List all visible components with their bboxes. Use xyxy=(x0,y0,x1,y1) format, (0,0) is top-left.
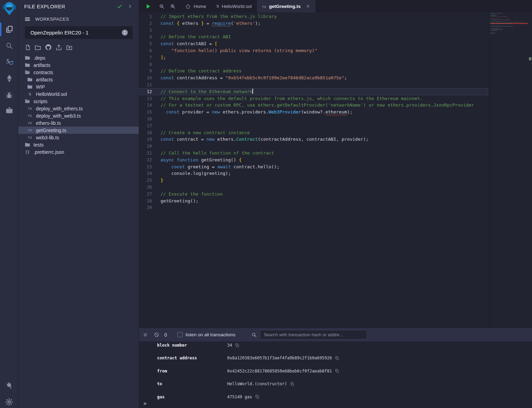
copy-icon[interactable] xyxy=(335,356,339,360)
close-tab-icon[interactable] xyxy=(306,4,310,9)
deploy-and-run-icon xyxy=(6,74,13,83)
code-line-2: 2const { ethers } = require('ethers'); xyxy=(139,20,488,27)
code-line-16: 16 xyxy=(139,116,488,122)
minimap[interactable]: // Import ethers from the ethers.js libr… xyxy=(490,12,528,328)
code-line-12: 12// Connect to the Ethereum network xyxy=(139,88,488,95)
folder-icon xyxy=(25,142,30,148)
zoom-in-icon[interactable] xyxy=(170,3,176,9)
sidebar-item-remix-logo[interactable] xyxy=(0,1,18,17)
listen-transactions-checkbox[interactable] xyxy=(177,332,183,337)
workspace-select[interactable]: OpenZeppelin ERC20 - 1 xyxy=(25,26,133,39)
search-icon xyxy=(5,42,13,50)
collapse-panel-chevron-icon[interactable] xyxy=(127,4,133,9)
activity-bar: S xyxy=(0,0,18,408)
scrollbar-thumb[interactable] xyxy=(529,57,531,60)
ts-icon: TS xyxy=(27,106,33,111)
terminal-toolbar: 0 listen on all transactions xyxy=(139,328,532,341)
copy-icon[interactable] xyxy=(235,343,240,348)
tx-detail-value: 475149 gas xyxy=(227,395,252,399)
tree-item-helloworld-sol[interactable]: SHelloWorld.sol xyxy=(18,90,139,98)
upload-file-icon[interactable] xyxy=(55,44,62,51)
copy-icon[interactable] xyxy=(255,395,260,399)
line-number: 5 xyxy=(139,40,161,47)
line-number: 28 xyxy=(139,198,161,205)
sidebar-item-settings[interactable] xyxy=(0,394,18,408)
tree-item-deploy-with-web3-ts[interactable]: TSdeploy_with_web3.ts xyxy=(18,112,139,119)
run-script-button[interactable] xyxy=(145,3,152,10)
file-name: getGreeting.ts xyxy=(36,128,66,133)
ts-icon: TS xyxy=(27,135,33,140)
tree-item--deps[interactable]: .deps xyxy=(18,54,139,61)
tree-item-artifacts[interactable]: artifacts xyxy=(18,76,139,83)
folder-open-icon xyxy=(25,98,30,104)
expand-terminal-chevrons-icon[interactable] xyxy=(143,332,148,338)
code-line-23: 23 const greeting = await contract.hello… xyxy=(139,163,488,170)
code-line-11: 11 xyxy=(139,81,488,88)
tree-item-deploy-with-ethers-ts[interactable]: TSdeploy_with_ethers.ts xyxy=(18,105,139,112)
remix-logo-icon xyxy=(2,1,16,16)
line-number: 22 xyxy=(139,157,161,163)
tree-item-wip[interactable]: WIP xyxy=(18,83,139,90)
tx-detail-value: 0x42452c22c88178685850e68beb6cf0f2aeab8f… xyxy=(227,369,332,374)
github-icon[interactable] xyxy=(45,43,52,51)
sidebar-item-solidity-compiler[interactable]: S xyxy=(0,54,18,70)
tree-item-artifacts[interactable]: artifacts xyxy=(18,61,139,69)
workspaces-menu-icon[interactable] xyxy=(24,16,31,22)
terminal-prompt: > xyxy=(144,401,146,406)
workspace-select-updown-icon xyxy=(121,29,128,36)
tx-detail-contract-address: contract address0x8a120383e6057b1f3aef4f… xyxy=(157,356,525,360)
line-number: 15 xyxy=(139,109,161,116)
tree-item-contracts[interactable]: contracts xyxy=(18,69,139,76)
upload-folder-icon[interactable] xyxy=(66,44,73,51)
code-line-8: 8 xyxy=(139,61,488,68)
tab-helloworld-sol[interactable]: SHelloWorld.sol xyxy=(211,0,257,12)
tree-item-tests[interactable]: tests xyxy=(18,141,139,148)
tab-getgreeting-ts[interactable]: TSgetGreeting.ts xyxy=(257,0,316,12)
sidebar-item-debugger[interactable] xyxy=(0,87,18,103)
code-line-26: 26 xyxy=(139,184,488,191)
line-number: 1 xyxy=(139,13,161,20)
sidebar-item-unit-testing[interactable] xyxy=(0,102,18,118)
file-name: artifacts xyxy=(33,62,50,68)
tree-item-getgreeting-ts[interactable]: TSgetGreeting.ts xyxy=(18,127,139,134)
home-icon xyxy=(185,3,191,9)
tabs: HomeSHelloWorld.solTSgetGreeting.ts xyxy=(180,0,316,12)
file-explorer-panel: FILE EXPLORER WORKSPACES OpenZeppelin ER… xyxy=(18,0,139,408)
tx-detail-label: to xyxy=(157,381,227,386)
active-indicator xyxy=(0,22,1,36)
tab-home[interactable]: Home xyxy=(180,0,211,12)
terminal-search-input[interactable] xyxy=(260,330,367,339)
sidebar-item-search[interactable] xyxy=(0,38,18,53)
copy-icon[interactable] xyxy=(290,382,294,386)
tree-item-web3-lib-ts[interactable]: TSweb3-lib.ts xyxy=(18,134,139,141)
line-number: 10 xyxy=(139,74,161,81)
line-number: 21 xyxy=(139,150,161,157)
tx-detail-value: 0x8a120383e6057b1f3aef4fa9b89c2f1b0a6959… xyxy=(227,356,332,360)
tx-detail-label: contract address xyxy=(157,356,227,360)
code-line-13: 13// This example uses the default provi… xyxy=(139,95,488,102)
line-number: 26 xyxy=(139,184,161,191)
tree-item--prettierrc-json[interactable]: {}.prettierrc.json xyxy=(18,148,139,156)
new-file-icon[interactable] xyxy=(25,44,31,51)
line-number: 23 xyxy=(139,163,161,170)
terminal-panel: 0 listen on all transactions > block num… xyxy=(139,328,532,408)
sidebar-item-deploy-and-run[interactable] xyxy=(0,70,18,86)
sidebar-item-plugin-manager[interactable] xyxy=(0,377,18,393)
debugger-icon xyxy=(5,91,13,99)
code-editor[interactable]: 1// Import ethers from the ethers.js lib… xyxy=(139,12,532,328)
zoom-out-icon[interactable] xyxy=(159,3,165,9)
workspaces-row: WORKSPACES xyxy=(18,9,139,22)
tree-item-ethers-lib-ts[interactable]: TSethers-lib.ts xyxy=(18,119,139,127)
ts-icon: TS xyxy=(27,127,33,133)
code-line-6: 6 "function hello() public view returns … xyxy=(139,47,488,54)
sidebar-item-file-explorer[interactable] xyxy=(0,21,18,37)
copy-icon[interactable] xyxy=(335,369,339,373)
workspace-name: OpenZeppelin ERC20 - 1 xyxy=(30,30,121,36)
new-folder-icon[interactable] xyxy=(34,44,41,51)
code-line-5: 5const contractABI = [ xyxy=(139,40,488,47)
code-line-24: 24 console.log(greeting); xyxy=(139,170,488,177)
code-line-15: 15 const provider = new ethers.providers… xyxy=(139,109,488,116)
editor-and-terminal: HomeSHelloWorld.solTSgetGreeting.ts 1// … xyxy=(139,0,532,408)
tree-item-scripts[interactable]: scripts xyxy=(18,98,139,105)
clear-console-icon[interactable] xyxy=(154,332,159,338)
